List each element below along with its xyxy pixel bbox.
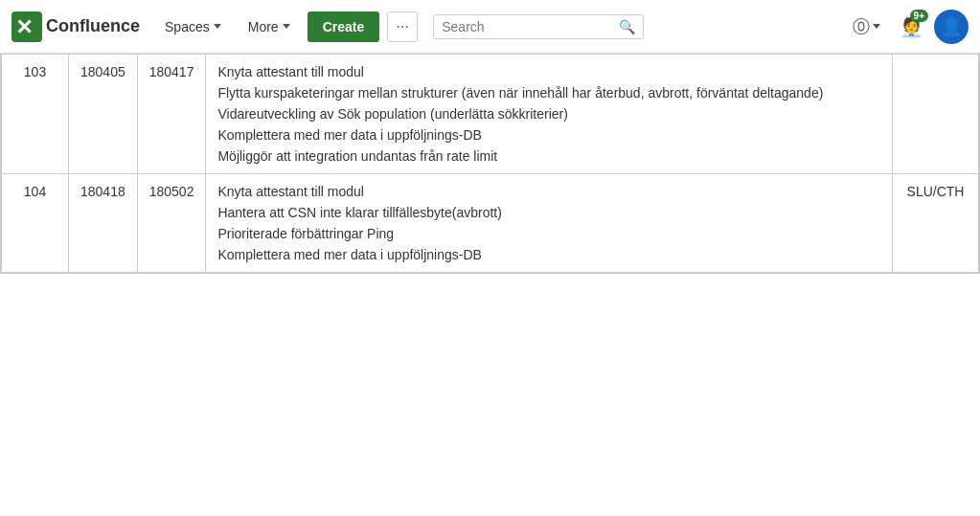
list-item: Knyta attestant till modul [217,184,880,199]
logo-text: Confluence [46,16,140,36]
nav-right: ⓪ 🧑‍💼 9+ 👤 [845,10,969,44]
navbar: ✕ Confluence Spaces More Create ··· 🔍 ⓪ … [0,0,980,54]
avatar-icon: 👤 [941,16,962,37]
row-end: 180502 [137,174,206,273]
create-button[interactable]: Create [308,11,380,42]
spaces-button[interactable]: Spaces [155,13,231,40]
search-icon: 🔍 [619,19,635,34]
row-start: 180418 [69,174,138,273]
more-button[interactable]: More [239,13,300,40]
list-item: Knyta attestant till modul [217,64,880,79]
search-input[interactable] [442,19,619,34]
list-item: Prioriterade förbättringar Ping [217,226,880,241]
more-chevron-icon [283,24,290,29]
list-item: Möjliggör att integration undantas från … [217,148,880,164]
avatar-button[interactable]: 👤 [934,10,969,44]
table-row: 104180418180502Knyta attestant till modu… [2,174,979,273]
data-table: 103180405180417Knyta attestant till modu… [1,54,979,273]
list-item: Komplettera med mer data i uppföljnings-… [217,127,880,143]
logo: ✕ Confluence [11,11,140,42]
spaces-label: Spaces [165,19,210,34]
help-chevron-icon [873,24,880,29]
list-item: Hantera att CSN inte klarar tillfällesby… [217,205,880,220]
search-box: 🔍 [433,14,644,39]
more-dots-icon: ··· [397,18,409,35]
table-row: 103180405180417Knyta attestant till modu… [2,55,979,174]
notification-badge: 9+ [910,10,928,22]
notification-button[interactable]: 🧑‍💼 9+ [894,10,928,44]
row-id: 103 [2,55,69,174]
more-dots-button[interactable]: ··· [387,11,418,42]
row-start: 180405 [69,55,138,174]
row-end: 180417 [137,55,206,174]
list-item: Vidareutveckling av Sök population (unde… [217,106,880,122]
create-label: Create [323,19,365,34]
row-id: 104 [2,174,69,273]
list-item: Komplettera med mer data i uppföljnings-… [217,247,880,262]
row-tag: SLU/CTH [893,174,979,273]
spaces-chevron-icon [214,24,221,29]
help-icon: ⓪ [853,15,870,38]
row-items: Knyta attestant till modulFlytta kurspak… [206,55,893,174]
more-label: More [248,19,279,34]
data-table-container: 103180405180417Knyta attestant till modu… [0,54,980,274]
svg-text:✕: ✕ [15,15,33,39]
row-items: Knyta attestant till modulHantera att CS… [206,174,893,273]
confluence-logo-icon: ✕ [11,11,42,42]
help-button[interactable]: ⓪ [845,10,888,44]
row-tag [893,55,979,174]
list-item: Flytta kurspaketeringar mellan strukture… [217,85,880,101]
